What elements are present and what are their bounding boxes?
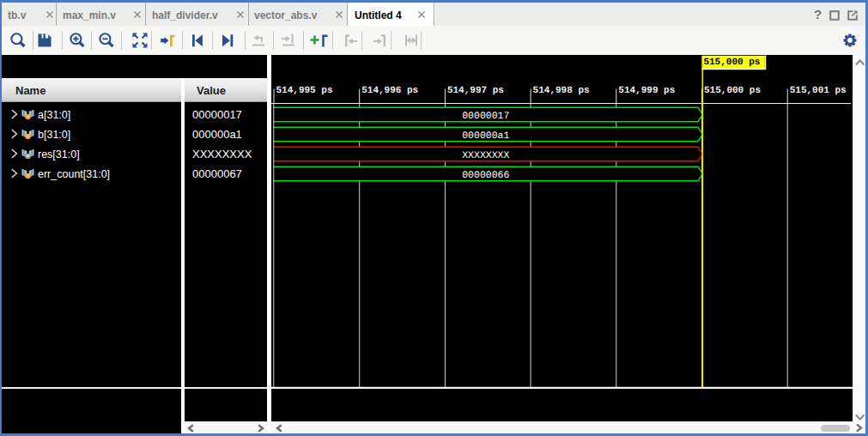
svg-text:515,000 ps: 515,000 ps [704,86,761,96]
svg-text:00000017: 00000017 [462,111,509,122]
svg-text:514,999 ps: 514,999 ps [618,86,675,96]
svg-text:000000a1: 000000a1 [462,130,509,142]
svg-text:514,997 ps: 514,997 ps [447,86,504,96]
svg-text:XXXXXXXX: XXXXXXXX [462,150,509,161]
svg-text:514,998 ps: 514,998 ps [533,86,590,96]
svg-text:514,995 ps: 514,995 ps [276,86,333,96]
svg-text:514,996 ps: 514,996 ps [361,86,418,96]
svg-text:515,001 ps: 515,001 ps [790,86,847,96]
svg-text:00000066: 00000066 [462,170,509,181]
svg-text:515,000 ps: 515,000 ps [703,58,760,68]
